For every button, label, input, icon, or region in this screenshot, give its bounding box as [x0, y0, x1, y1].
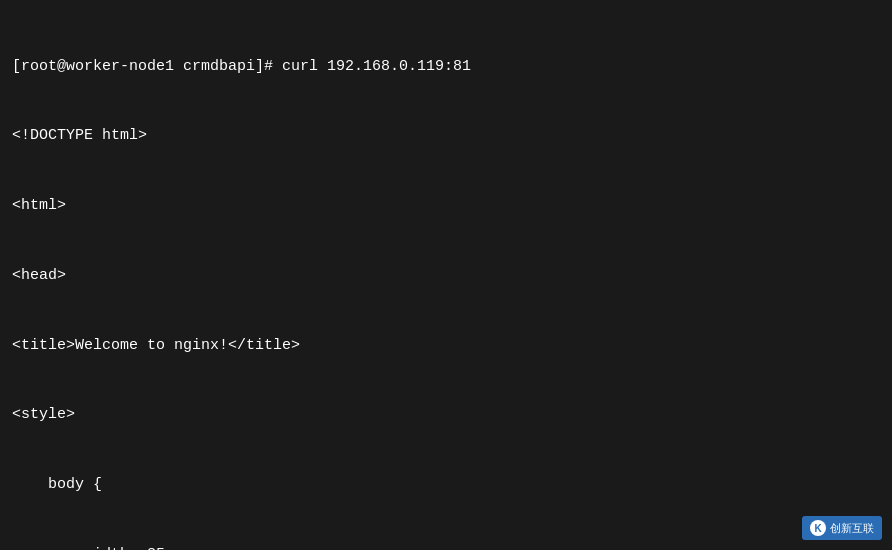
html-open-line: <html>	[12, 194, 880, 217]
terminal-output: [root@worker-node1 crmdbapi]# curl 192.1…	[0, 0, 892, 550]
command-prompt-line: [root@worker-node1 crmdbapi]# curl 192.1…	[12, 55, 880, 78]
body-rule-line: body {	[12, 473, 880, 496]
width-line: width: 35em;	[12, 543, 880, 550]
watermark-badge: K 创新互联	[802, 516, 882, 540]
doctype-line: <!DOCTYPE html>	[12, 124, 880, 147]
watermark-icon: K	[810, 520, 826, 536]
head-open-line: <head>	[12, 264, 880, 287]
title-tag-line: <title>Welcome to nginx!</title>	[12, 334, 880, 357]
terminal-window: [root@worker-node1 crmdbapi]# curl 192.1…	[0, 0, 892, 550]
watermark-text: 创新互联	[830, 521, 874, 536]
style-open-line: <style>	[12, 403, 880, 426]
